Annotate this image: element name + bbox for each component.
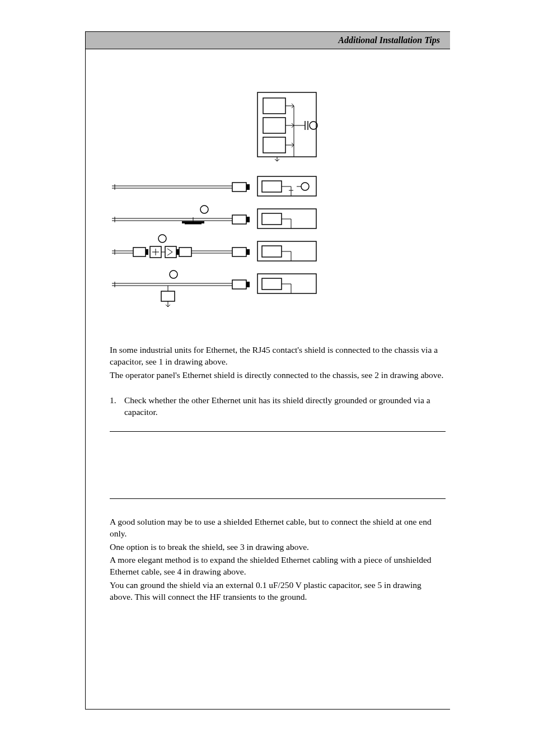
horizontal-rule-1 [110, 431, 446, 432]
paragraph-1: In some industrial units for Ethernet, t… [110, 344, 446, 368]
svg-rect-47 [165, 246, 176, 258]
svg-point-23 [301, 183, 309, 190]
config-5 [112, 270, 316, 307]
svg-rect-35 [262, 213, 282, 225]
footer-rule [85, 709, 450, 710]
paragraph-6: A more elegant method is to expand the s… [110, 554, 446, 578]
svg-rect-53 [232, 248, 246, 256]
svg-point-52 [158, 235, 166, 242]
svg-rect-69 [262, 278, 282, 290]
svg-rect-56 [262, 246, 282, 257]
paragraph-2: The operator panel's Ethernet shield is … [110, 370, 446, 381]
svg-rect-41 [133, 248, 146, 256]
svg-rect-66 [232, 280, 246, 289]
list-content: Check whether the other Ethernet unit ha… [124, 395, 438, 418]
svg-rect-17 [246, 184, 250, 190]
svg-rect-2 [263, 118, 285, 133]
wiring-diagram [112, 78, 437, 316]
svg-rect-16 [232, 183, 246, 192]
svg-rect-32 [232, 215, 246, 224]
config-1 [257, 92, 317, 161]
paragraph-4: A good solution may be to use a shielded… [110, 516, 446, 540]
svg-rect-67 [246, 282, 250, 287]
header-bar: Additional Installation Tips [86, 32, 450, 49]
config-2 [112, 176, 316, 196]
paragraph-3-list: 1. Check whether the other Ethernet unit… [110, 395, 446, 418]
svg-rect-33 [246, 217, 250, 222]
horizontal-rule-2 [110, 498, 446, 499]
svg-rect-63 [161, 291, 175, 301]
config-4 [112, 235, 316, 261]
diagram-svg [112, 78, 437, 316]
paragraph-5: One option is to break the shield, see 3… [110, 542, 446, 553]
svg-rect-49 [179, 248, 191, 256]
svg-rect-42 [146, 249, 148, 255]
config-3 [112, 206, 316, 228]
svg-rect-19 [262, 181, 282, 192]
paragraph-7: You can ground the shield via an externa… [110, 580, 446, 603]
svg-point-65 [170, 270, 177, 278]
svg-rect-1 [263, 98, 285, 114]
svg-point-30 [200, 206, 208, 213]
svg-rect-54 [246, 249, 250, 255]
header-title: Additional Installation Tips [338, 35, 440, 45]
svg-rect-3 [263, 137, 285, 153]
list-number: 1. [110, 395, 122, 407]
